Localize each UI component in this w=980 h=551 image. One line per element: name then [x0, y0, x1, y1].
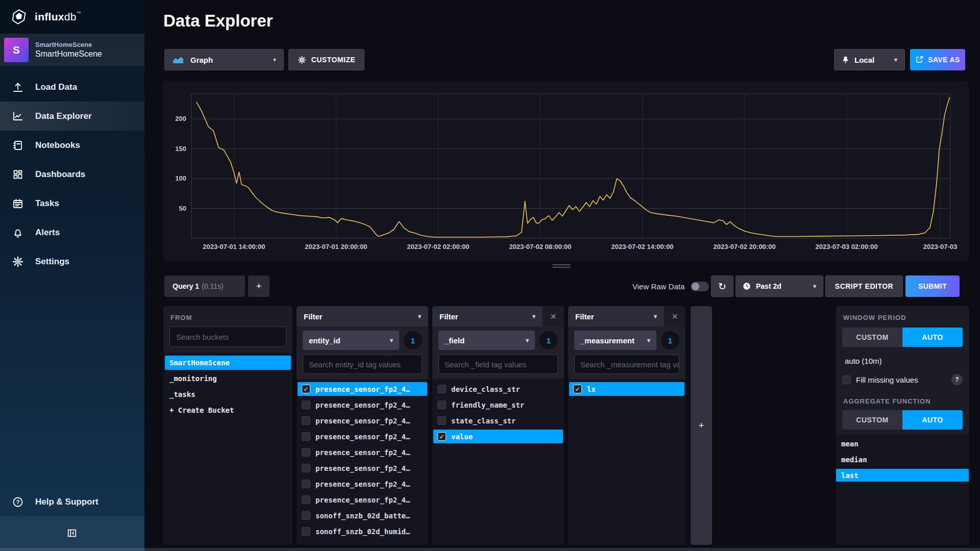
custom-button[interactable]: CUSTOM	[842, 410, 902, 430]
query-builder: FROM Search buckets SmartHomeScene_monit…	[163, 306, 969, 545]
timezone-dropdown[interactable]: Local ▾	[834, 49, 905, 70]
checkbox-icon[interactable]	[302, 527, 310, 536]
checkbox-icon[interactable]	[437, 400, 446, 409]
aggregate-function-label: AGGREGATE FUNCTION	[836, 385, 969, 409]
tag-value-row[interactable]: presence_sensor_fp2_4…	[298, 493, 427, 507]
checkbox-checked-icon[interactable]: ✓	[302, 385, 310, 393]
tag-value-list: device_class_strfriendly_name_strstate_c…	[432, 379, 564, 545]
bucket-row[interactable]: + Create Bucket	[165, 403, 291, 417]
sidebar-item-settings[interactable]: Settings	[0, 247, 144, 276]
sidebar-item-dashboards[interactable]: Dashboards	[0, 160, 144, 189]
chevron-down-icon: ▾	[813, 283, 816, 290]
checkbox-icon[interactable]	[842, 375, 851, 384]
checkbox-checked-icon[interactable]: ✓	[573, 385, 582, 393]
svg-text:2023-07-01 20:00:00: 2023-07-01 20:00:00	[305, 243, 367, 251]
view-raw-data-toggle[interactable]	[691, 282, 709, 291]
chart-panel: 501001502002023-07-01 14:00:002023-07-01…	[163, 81, 969, 261]
sidebar-item-data-explorer[interactable]: Data Explorer	[0, 102, 144, 131]
sidebar-item-notebooks[interactable]: Notebooks	[0, 131, 144, 160]
checkbox-icon[interactable]	[302, 495, 310, 504]
collapse-sidebar-icon[interactable]	[66, 528, 79, 540]
checkbox-icon[interactable]	[437, 416, 446, 425]
help-badge-icon[interactable]: ?	[951, 374, 963, 385]
checkbox-icon[interactable]	[302, 400, 310, 409]
auto-button[interactable]: AUTO	[902, 328, 963, 347]
tag-value-row[interactable]: ✓presence_sensor_fp2_4…	[298, 382, 427, 396]
sidebar-item-help-support[interactable]: ? Help & Support	[0, 487, 144, 516]
query-tab[interactable]: Query 1 (0.11s)	[164, 276, 245, 297]
bucket-search-input[interactable]: Search buckets	[169, 327, 286, 347]
horizontal-scrollbar[interactable]	[0, 548, 980, 551]
tag-key-dropdown[interactable]: _measurement ▾	[574, 331, 656, 350]
svg-text:150: 150	[175, 145, 186, 153]
tag-value-row[interactable]: friendly_name_str	[433, 398, 563, 412]
time-range-dropdown[interactable]: Past 2d ▾	[736, 276, 823, 297]
checkbox-checked-icon[interactable]: ✓	[437, 432, 446, 441]
tag-value-row[interactable]: ✓value	[433, 430, 563, 443]
aggregate-function-row[interactable]: mean	[836, 437, 969, 450]
tag-value-row[interactable]: sonoff_snzb_02d_batte…	[298, 509, 427, 522]
checkbox-icon[interactable]	[302, 464, 310, 472]
save-as-button[interactable]: SAVE AS	[910, 49, 965, 70]
checkbox-icon[interactable]	[437, 385, 446, 393]
refresh-button[interactable]: ↻	[711, 276, 733, 297]
tag-value-row[interactable]: presence_sensor_fp2_4…	[298, 445, 427, 459]
avatar: S	[4, 38, 29, 62]
tag-value-row[interactable]: state_class_str	[433, 414, 563, 428]
bucket-row[interactable]: _tasks	[165, 387, 291, 402]
checkbox-icon[interactable]	[302, 448, 310, 457]
sidebar-item-tasks[interactable]: Tasks	[0, 189, 144, 218]
sidebar-item-load-data[interactable]: Load Data	[0, 72, 144, 102]
bucket-row[interactable]: _monitoring	[165, 371, 291, 386]
auto-button[interactable]: AUTO	[902, 410, 963, 430]
aggregate-segmented: CUSTOM AUTO	[842, 410, 963, 430]
aggregate-function-row[interactable]: median	[836, 453, 969, 466]
tag-value-search-input[interactable]: Search _measurement tag va	[574, 355, 679, 374]
chevron-down-icon: ▾	[654, 313, 657, 320]
svg-text:2023-07-02 02:00:00: 2023-07-02 02:00:00	[407, 243, 469, 251]
line-chart[interactable]: 501001502002023-07-01 14:00:002023-07-01…	[163, 81, 969, 261]
tag-key-dropdown[interactable]: _field ▾	[438, 331, 535, 350]
tag-value-row[interactable]: device_class_str	[433, 382, 563, 396]
tag-value-search-input[interactable]: Search _field tag values	[438, 355, 558, 374]
influxdb-logo-icon	[11, 9, 27, 24]
customize-button[interactable]: CUSTOMIZE	[288, 49, 364, 70]
tag-value-row[interactable]: ✓lx	[569, 382, 684, 396]
script-editor-button[interactable]: SCRIPT EDITOR	[825, 276, 903, 297]
tag-value-row[interactable]: presence_sensor_fp2_4…	[298, 461, 427, 475]
tag-value-row[interactable]: presence_sensor_fp2_4…	[298, 414, 427, 428]
filter-panel-_measurement: Filter ▾ × _measurement ▾ 1 Search _meas…	[568, 306, 685, 545]
filter-type-dropdown[interactable]: Filter ▾	[297, 306, 428, 327]
tag-value-row[interactable]: presence_sensor_fp2_4…	[298, 398, 427, 412]
resize-handle[interactable]	[552, 264, 571, 269]
tag-value-search-input[interactable]: Search entity_id tag values	[303, 355, 422, 374]
main-content: Data Explorer Graph ▾ CUSTOMIZE Local ▾ …	[144, 0, 980, 551]
org-switcher[interactable]: S SmartHomeScene SmartHomeScene	[0, 34, 144, 66]
submit-button[interactable]: SUBMIT	[905, 276, 960, 297]
bucket-row[interactable]: SmartHomeScene	[165, 356, 291, 370]
visualization-type-dropdown[interactable]: Graph ▾	[164, 49, 284, 70]
tag-value-row[interactable]: presence_sensor_fp2_4…	[298, 477, 427, 491]
from-label: FROM	[163, 306, 292, 327]
close-icon[interactable]: ×	[543, 306, 564, 327]
area-chart-icon	[172, 55, 184, 64]
logo[interactable]: influxdb™	[0, 0, 144, 34]
sidebar-item-alerts[interactable]: Alerts	[0, 218, 144, 247]
export-icon	[915, 56, 923, 64]
checkbox-icon[interactable]	[302, 432, 310, 441]
custom-button[interactable]: CUSTOM	[842, 328, 902, 347]
tag-value-row[interactable]: presence_sensor_fp2_4…	[298, 430, 427, 443]
tag-value-row[interactable]: sonoff_snzb_02d_humid…	[298, 524, 427, 538]
add-query-button[interactable]: +	[248, 276, 270, 297]
add-filter-column[interactable]: +	[691, 306, 712, 545]
filter-panel-_field: Filter ▾ × _field ▾ 1 Search _field tag …	[432, 306, 564, 545]
checkbox-icon[interactable]	[302, 416, 310, 425]
filter-type-dropdown[interactable]: Filter ▾	[432, 306, 543, 327]
checkbox-icon[interactable]	[302, 480, 310, 488]
filter-type-dropdown[interactable]: Filter ▾	[568, 306, 664, 327]
checkbox-icon[interactable]	[302, 511, 310, 520]
aggregate-function-row[interactable]: last	[836, 469, 969, 482]
tag-key-dropdown[interactable]: entity_id ▾	[303, 331, 399, 350]
logo-text: influxdb™	[35, 11, 81, 23]
close-icon[interactable]: ×	[664, 306, 685, 327]
